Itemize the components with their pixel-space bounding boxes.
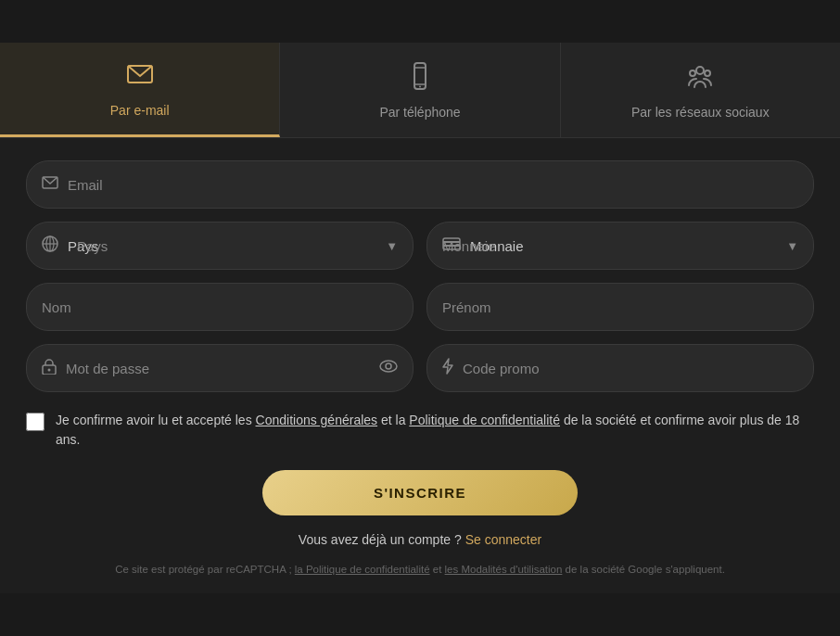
terms-checkbox[interactable] [26,413,45,431]
nom-prenom-row [26,283,814,344]
tab-phone[interactable]: Par téléphone [280,43,560,137]
password-group [26,344,414,392]
tab-social[interactable]: Par les réseaux sociaux [561,43,840,137]
monnaie-input-wrapper: Monnaie ▼ Monnaie [426,222,814,270]
terms-checkbox-row: Je confirme avoir lu et accepté les Cond… [26,411,814,450]
pays-chevron-icon: ▼ [386,239,398,253]
registration-form: Pays ▼ Pays Monnaie [0,138,840,593]
tab-email[interactable]: Par e-mail [0,43,280,137]
monnaie-icon [442,236,461,255]
registration-tabs: Par e-mail Par téléphone [0,43,840,138]
tab-phone-label: Par téléphone [379,105,460,120]
login-link[interactable]: Se connecter [465,532,542,547]
tab-social-label: Par les réseaux sociaux [631,105,770,120]
prenom-input[interactable] [442,299,798,315]
email-group [26,160,814,209]
prenom-input-wrapper [426,283,814,331]
nom-group [26,283,414,331]
pays-input-wrapper: Pays ▼ Pays [26,222,414,270]
privacy-link[interactable]: Politique de confidentialité [409,413,560,427]
monnaie-group: Monnaie ▼ Monnaie [426,222,814,270]
svg-point-19 [386,363,391,369]
pays-icon [42,235,58,257]
tab-email-label: Par e-mail [110,103,170,118]
password-promo-row [26,344,814,405]
monnaie-chevron-icon: ▼ [786,239,798,253]
terms-label: Je confirme avoir lu et accepté les Cond… [56,411,814,450]
email-input-wrapper [26,160,814,209]
svg-point-17 [48,368,51,371]
svg-rect-15 [443,245,460,247]
main-container: Par e-mail Par téléphone [0,43,840,593]
email-input[interactable] [68,177,798,193]
svg-point-4 [419,85,421,87]
pays-select[interactable]: Pays [68,238,386,254]
login-text: Vous avez déjà un compte ? [299,532,462,547]
recaptcha-privacy-link[interactable]: la Politique de confidentialité [295,564,430,575]
promo-input[interactable] [463,361,798,376]
register-button[interactable]: S'INSCRIRE [262,470,578,515]
lock-icon [42,358,57,379]
pays-group: Pays ▼ Pays [26,222,414,270]
nom-input-wrapper [26,283,414,331]
login-row: Vous avez déjà un compte ? Se connecter [26,532,814,547]
recaptcha-notice: Ce site est protégé par reCAPTCHA ; la P… [26,564,814,575]
lightning-icon [442,358,453,379]
email-field-icon [42,175,58,194]
svg-point-6 [690,70,695,76]
email-tab-icon [125,59,155,95]
eye-icon[interactable] [379,359,398,377]
promo-input-wrapper [426,344,814,392]
svg-point-5 [696,67,704,74]
recaptcha-terms-link[interactable]: les Modalités d'utilisation [445,564,563,575]
svg-rect-1 [414,63,426,89]
promo-group [426,344,814,392]
svg-point-7 [705,70,710,76]
social-tab-icon [685,61,715,97]
password-input[interactable] [66,361,379,376]
svg-rect-14 [443,241,460,243]
prenom-group [426,283,814,331]
phone-tab-icon [405,61,435,97]
monnaie-select[interactable]: Monnaie [470,238,786,254]
svg-rect-13 [443,238,460,249]
svg-point-18 [380,361,397,372]
pays-monnaie-row: Pays ▼ Pays Monnaie [26,222,814,283]
terms-link[interactable]: Conditions générales [256,413,378,427]
nom-input[interactable] [42,299,398,315]
password-input-wrapper [26,344,414,392]
